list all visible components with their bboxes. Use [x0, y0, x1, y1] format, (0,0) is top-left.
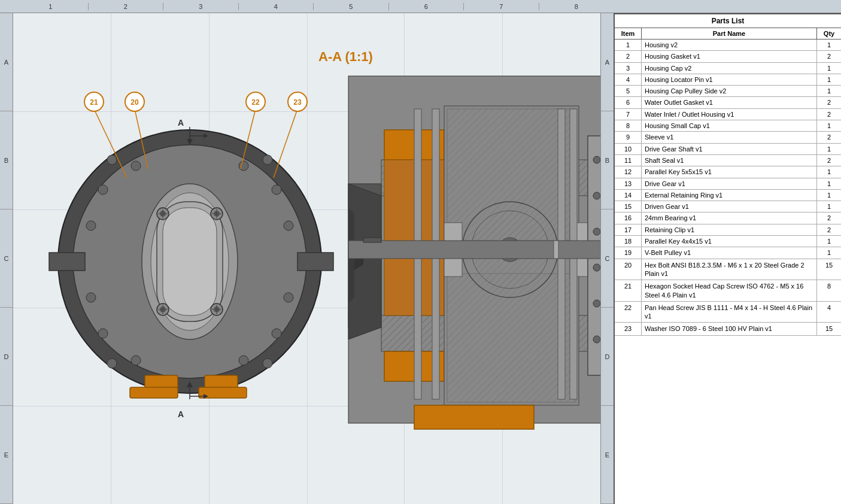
svg-point-88 — [593, 264, 600, 271]
cell-partname: Housing Cap v2 — [642, 63, 817, 74]
cell-item: 10 — [615, 144, 642, 154]
cell-qty: 8 — [817, 280, 841, 301]
table-row: 8 Housing Small Cap v1 1 — [615, 120, 841, 132]
right-row-a: A — [601, 13, 614, 111]
cell-qty: 1 — [817, 74, 841, 85]
engineering-drawing: A A 21 — [31, 16, 600, 495]
cell-item: 20 — [615, 259, 642, 280]
svg-text:20: 20 — [130, 98, 139, 107]
table-row: 19 V-Belt Pulley v1 1 — [615, 247, 841, 259]
cell-qty: 1 — [817, 144, 841, 154]
drawing-area: A-A (1:1) — [13, 13, 600, 504]
svg-point-22 — [131, 161, 141, 171]
svg-point-86 — [593, 192, 600, 199]
svg-point-36 — [107, 359, 117, 368]
cell-item: 18 — [615, 236, 642, 247]
cell-qty: 2 — [817, 212, 841, 223]
cell-partname: External Retaining Ring v1 — [642, 190, 817, 201]
svg-point-27 — [284, 221, 293, 230]
cell-partname: Housing v2 — [642, 40, 817, 50]
svg-point-26 — [86, 221, 96, 230]
col-5: 5 — [314, 3, 389, 10]
svg-point-25 — [239, 356, 248, 365]
cell-qty: 1 — [817, 166, 841, 177]
svg-text:23: 23 — [293, 98, 302, 107]
table-row: 4 Housing Locator Pin v1 1 — [615, 74, 841, 86]
cell-qty: 2 — [817, 51, 841, 62]
svg-point-31 — [272, 185, 281, 195]
svg-point-90 — [593, 336, 600, 343]
table-row: 17 Retaining Clip v1 2 — [615, 224, 841, 236]
row-d: D — [0, 308, 13, 406]
cell-item: 1 — [615, 40, 642, 50]
row-a: A — [0, 13, 13, 111]
table-row: 14 External Retaining Ring v1 1 — [615, 190, 841, 201]
right-ruler: A B C D E — [600, 13, 614, 504]
svg-point-89 — [593, 300, 600, 307]
col-7: 7 — [464, 3, 539, 10]
cell-partname: Driven Gear v1 — [642, 201, 817, 212]
cell-partname: Drive Gear v1 — [642, 178, 817, 189]
cell-partname: Housing Small Cap v1 — [642, 120, 817, 131]
cell-qty: 1 — [817, 63, 841, 74]
cell-partname: Hexagon Socket Head Cap Screw ISO 4762 -… — [642, 280, 817, 301]
table-row: 11 Shaft Seal v1 2 — [615, 155, 841, 166]
main-container: 1 2 3 4 5 6 7 8 A B C D E — [0, 0, 841, 504]
row-c: C — [0, 210, 13, 308]
svg-point-34 — [107, 155, 117, 165]
right-row-c: C — [601, 210, 614, 308]
cell-qty: 1 — [817, 40, 841, 50]
header-partname: Part Name — [642, 28, 817, 39]
cell-item: 15 — [615, 201, 642, 212]
svg-rect-96 — [348, 241, 600, 259]
table-row: 23 Washer ISO 7089 - 6 Steel 100 HV Plai… — [615, 323, 841, 335]
cell-item: 3 — [615, 63, 642, 74]
svg-text:A: A — [178, 118, 184, 127]
cell-partname: Housing Gasket v1 — [642, 51, 817, 62]
cell-qty: 1 — [817, 201, 841, 212]
table-row: 12 Parallel Key 5x5x15 v1 1 — [615, 166, 841, 178]
table-row: 2 Housing Gasket v1 2 — [615, 51, 841, 62]
svg-rect-42 — [49, 253, 85, 271]
svg-text:21: 21 — [90, 98, 98, 107]
parts-list-body: 1 Housing v2 1 2 Housing Gasket v1 2 3 H… — [615, 40, 841, 504]
svg-point-87 — [593, 228, 600, 235]
cell-partname: Pan Head Screw JIS B 1111 - M4 x 14 - H … — [642, 302, 817, 323]
cell-item: 14 — [615, 190, 642, 201]
right-row-d: D — [601, 308, 614, 406]
cell-partname: Retaining Clip v1 — [642, 224, 817, 235]
table-row: 18 Parallel Key 4x4x15 v1 1 — [615, 236, 841, 247]
cell-qty: 15 — [817, 323, 841, 335]
top-ruler: 1 2 3 4 5 6 7 8 — [0, 0, 841, 13]
table-row: 20 Hex Bolt ANSI B18.2.3.5M - M6 x 1 x 2… — [615, 259, 841, 281]
cell-item: 23 — [615, 323, 642, 335]
table-row: 5 Housing Cap Pulley Side v2 1 — [615, 86, 841, 97]
cell-qty: 2 — [817, 109, 841, 120]
cell-qty: 4 — [817, 302, 841, 323]
cell-item: 7 — [615, 109, 642, 120]
row-b: B — [0, 111, 13, 210]
table-row: 9 Sleeve v1 2 — [615, 132, 841, 143]
cell-partname: Water Outlet Gasket v1 — [642, 97, 817, 108]
cell-qty: 1 — [817, 120, 841, 131]
cell-partname: 24mm Bearing v1 — [642, 212, 817, 223]
cell-item: 2 — [615, 51, 642, 62]
col-3: 3 — [163, 3, 239, 10]
svg-rect-91 — [414, 405, 534, 429]
svg-text:22: 22 — [251, 98, 260, 107]
cell-item: 22 — [615, 302, 642, 323]
cell-partname: Parallel Key 5x5x15 v1 — [642, 166, 817, 177]
col-4: 4 — [239, 3, 314, 10]
table-row: 6 Water Outlet Gasket v1 2 — [615, 97, 841, 108]
svg-point-33 — [272, 329, 281, 338]
cell-item: 11 — [615, 155, 642, 166]
svg-point-85 — [593, 156, 600, 163]
svg-line-57 — [274, 109, 297, 178]
header-qty: Qty — [817, 28, 841, 39]
cell-item: 4 — [615, 74, 642, 85]
svg-text:A: A — [178, 409, 184, 419]
cell-item: 8 — [615, 120, 642, 131]
svg-point-23 — [239, 161, 248, 171]
cell-item: 21 — [615, 280, 642, 301]
cell-partname: Water Inlet / Outlet Housing v1 — [642, 109, 817, 120]
